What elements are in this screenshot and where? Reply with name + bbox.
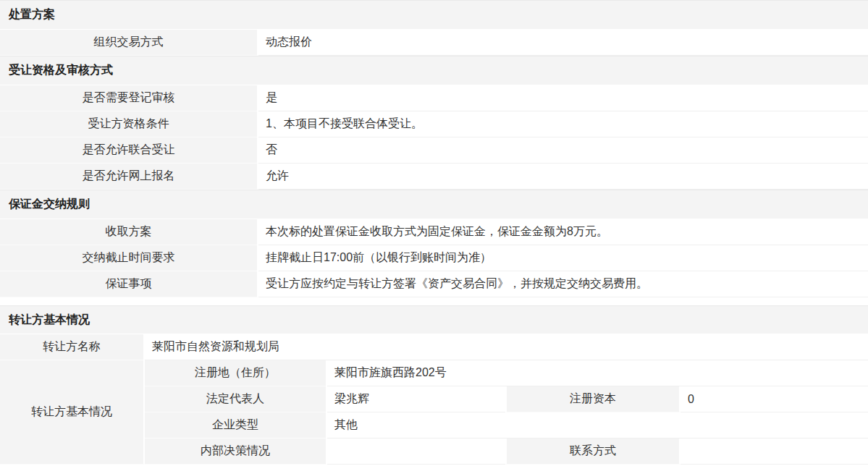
section-title: 保证金交纳规则	[9, 197, 90, 212]
field-label-registered-capital: 注册资本	[505, 386, 681, 412]
field-label-enterprise-type: 企业类型	[145, 412, 327, 439]
field-value-transaction-method: 动态报价	[258, 30, 868, 56]
field-label-guarantee-matters: 保证事项	[0, 271, 258, 297]
section-header-transferor-info: 转让方基本情况	[0, 305, 868, 334]
field-label-internal-decision: 内部决策情况	[145, 439, 327, 465]
field-label-online-signup: 是否允许网上报名	[0, 164, 258, 190]
field-value-internal-decision	[327, 439, 505, 465]
section-header-transferee-qualification: 受让资格及审核方式	[0, 56, 868, 85]
field-label-registered-address: 注册地（住所）	[145, 360, 327, 386]
section-title: 受让资格及审核方式	[9, 63, 113, 78]
transferor-info-section: 转让方基本情况 转让方名称 莱阳市自然资源和规划局 转让方基本情况 注册地（住所…	[0, 305, 868, 465]
table-row: 是否需要登记审核 是	[0, 85, 868, 111]
table-row: 交纳截止时间要求 挂牌截止日17:00前（以银行到账时间为准）	[0, 245, 868, 271]
section-title: 处置方案	[9, 7, 55, 22]
field-label-transferee-conditions: 受让方资格条件	[0, 111, 258, 137]
field-value-registered-capital: 0	[681, 386, 868, 412]
field-label-transaction-method: 组织交易方式	[0, 30, 258, 56]
disposal-plan-section: 处置方案 组织交易方式 动态报价	[0, 0, 868, 56]
field-label-collection-plan: 收取方案	[0, 219, 258, 245]
field-value-guarantee-matters: 受让方应按约定与转让方签署《资产交易合同》，并按规定交纳交易费用。	[258, 271, 868, 297]
table-row: 是否允许联合受让 否	[0, 137, 868, 164]
table-row: 是否允许网上报名 允许	[0, 164, 868, 190]
transferee-qualification-section: 受让资格及审核方式 是否需要登记审核 是 受让方资格条件 1、本项目不接受联合体…	[0, 56, 868, 190]
field-label-registration-review: 是否需要登记审核	[0, 85, 258, 111]
field-label-joint-transfer: 是否允许联合受让	[0, 137, 258, 164]
field-label-payment-deadline: 交纳截止时间要求	[0, 245, 258, 271]
field-value-joint-transfer: 否	[258, 137, 868, 164]
field-value-legal-representative: 梁兆辉	[327, 386, 505, 412]
table-row: 组织交易方式 动态报价	[0, 30, 868, 56]
transferor-info-table: 转让方名称 莱阳市自然资源和规划局 转让方基本情况 注册地（住所） 莱阳市旌旗西…	[0, 334, 868, 465]
field-label-contact: 联系方式	[505, 439, 681, 465]
field-value-transferee-conditions: 1、本项目不接受联合体受让。	[258, 111, 868, 137]
table-row: 保证事项 受让方应按约定与转让方签署《资产交易合同》，并按规定交纳交易费用。	[0, 271, 868, 297]
section-header-disposal-plan: 处置方案	[0, 0, 868, 30]
asset-listing-detail-page: 处置方案 组织交易方式 动态报价 受让资格及审核方式 是否需要登记审核 是 受让…	[0, 0, 868, 465]
section-title: 转让方基本情况	[9, 313, 90, 328]
field-value-payment-deadline: 挂牌截止日17:00前（以银行到账时间为准）	[258, 245, 868, 271]
field-value-registered-address: 莱阳市旌旗西路202号	[327, 360, 868, 386]
field-value-transferor-name: 莱阳市自然资源和规划局	[145, 334, 868, 360]
table-row: 收取方案 本次标的处置保证金收取方式为固定保证金，保证金金额为8万元。	[0, 219, 868, 245]
field-label-legal-representative: 法定代表人	[145, 386, 327, 412]
field-label-transferor-name: 转让方名称	[0, 334, 145, 360]
field-value-registration-review: 是	[258, 85, 868, 111]
section-header-deposit-rules: 保证金交纳规则	[0, 190, 868, 219]
table-row: 受让方资格条件 1、本项目不接受联合体受让。	[0, 111, 868, 137]
deposit-rules-section: 保证金交纳规则 收取方案 本次标的处置保证金收取方式为固定保证金，保证金金额为8…	[0, 190, 868, 297]
field-value-online-signup: 允许	[258, 164, 868, 190]
field-value-contact	[681, 439, 868, 465]
field-value-collection-plan: 本次标的处置保证金收取方式为固定保证金，保证金金额为8万元。	[258, 219, 868, 245]
field-value-enterprise-type: 其他	[327, 412, 868, 439]
group-label-transferor-basic-info: 转让方基本情况	[0, 360, 145, 465]
